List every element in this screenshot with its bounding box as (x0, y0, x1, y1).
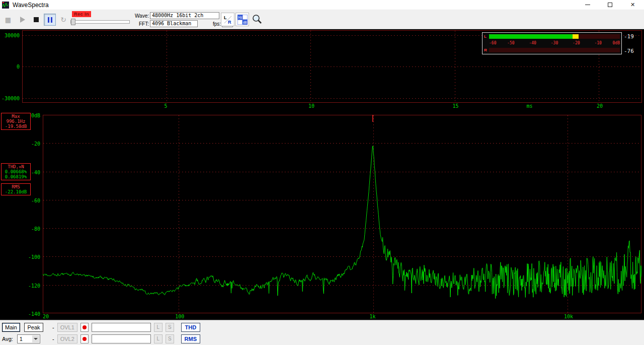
pause-button[interactable] (44, 14, 56, 26)
meter-right-channel-label: R (484, 48, 489, 52)
meter-left-value: -19 (624, 33, 634, 40)
waveform-panel: 300000-30000 5101520ms L -60-50-40-30-20… (0, 29, 644, 110)
stop-button[interactable] (30, 14, 42, 26)
magnifier-icon (251, 14, 263, 26)
meter-left-track (489, 34, 620, 39)
waveform-x-tick-label: 20 (597, 103, 603, 109)
svg-text:R: R (228, 20, 231, 25)
waveform-x-unit-label: ms (527, 103, 533, 109)
spectrum-x-tick-label: 100 (175, 314, 184, 319)
meter-scale-label: -60 (489, 41, 496, 45)
fps-label: fps: (203, 21, 221, 27)
spectrum-panel: Max 996.1Hz -19.58dB THD,+N 0.00668% 0.0… (0, 110, 644, 320)
trace-mode-cluster: Main Peak (2, 323, 49, 332)
device-grid-icon: ▦ (5, 17, 11, 23)
meter-scale-label: 0dB (613, 41, 620, 45)
avg-select[interactable]: 1 (17, 334, 40, 343)
meter-scale-label: -50 (507, 41, 514, 45)
position-slider[interactable] (70, 20, 130, 24)
ovl1-l-button[interactable]: L (154, 323, 163, 332)
spectrum-x-tick-label: 10k (564, 314, 573, 319)
chevron-down-icon (32, 335, 39, 342)
meter-scale-label: -30 (551, 41, 558, 45)
meter-left-peak (573, 34, 579, 39)
svg-text:L: L (224, 15, 227, 20)
maximize-icon (608, 3, 612, 7)
play-button[interactable] (17, 14, 29, 26)
repeat-button[interactable]: ↻ (57, 14, 69, 26)
window-controls: ✕ (576, 0, 644, 10)
ovl2-color-button[interactable] (80, 334, 89, 343)
meter-scale-label: -40 (529, 41, 536, 45)
stop-icon (34, 17, 39, 22)
wave-format-row: Wave: 48000Hz 16bit 2ch (131, 12, 219, 19)
app-icon (2, 1, 10, 9)
meter-scale-label: -20 (573, 41, 580, 45)
meter-right-value: -76 (624, 48, 634, 54)
ovl2-button[interactable]: OVL2 (57, 334, 77, 343)
ovl1-color-button[interactable] (80, 323, 89, 332)
meter-left-channel-label: L (484, 34, 489, 39)
close-icon: ✕ (630, 2, 635, 8)
ovl2-text-input[interactable] (92, 334, 151, 343)
ovl1-button[interactable]: OVL1 (57, 323, 77, 332)
pause-icon (48, 17, 52, 23)
meter-left-bar (489, 34, 573, 39)
ovl2-s-button[interactable]: S (166, 334, 174, 343)
window-title: WaveSpectra (13, 2, 49, 9)
ovl1-text-input[interactable] (92, 323, 151, 332)
channel-lr-button[interactable]: L R (221, 13, 234, 26)
spectrum-x-axis: 201001k10k (0, 110, 644, 320)
svg-text:dB: dB (243, 21, 247, 24)
peak-button[interactable]: Peak (24, 323, 43, 332)
bottom-control-bar: Main Peak - OVL1 L S THD Avg: 1 - OVL2 (0, 320, 644, 345)
main-button[interactable]: Main (2, 323, 20, 332)
wave-label: Wave: (131, 13, 149, 19)
wavespectra-window: WaveSpectra ✕ ▦ ↻ Rec In Wave: 48000Hz 1… (0, 0, 644, 345)
avg-label: Avg: (2, 336, 13, 342)
close-button[interactable]: ✕ (621, 0, 644, 10)
repeat-icon: ↻ (60, 16, 66, 23)
svg-text:Hz: Hz (238, 16, 242, 19)
spectrum-x-tick-label: 20 (43, 314, 49, 319)
avg-selected-value: 1 (20, 336, 23, 342)
toolbar: ▦ ↻ Rec In Wave: 48000Hz 16bit 2ch FFT: … (0, 10, 644, 29)
average-cluster: Avg: 1 (2, 334, 49, 343)
minimize-icon (585, 5, 590, 5)
open-device-button[interactable]: ▦ (2, 14, 14, 26)
slider-thumb[interactable] (71, 19, 75, 25)
waveform-x-tick-label: 5 (165, 103, 168, 109)
titlebar: WaveSpectra ✕ (0, 0, 644, 10)
fft-label: FFT: (131, 21, 149, 27)
spectrum-x-tick-label: 1k (370, 314, 376, 319)
bottom-row-2: Avg: 1 - OVL2 L S RMS (2, 334, 644, 343)
ovl2-l-button[interactable]: L (154, 334, 163, 343)
waveform-x-tick-label: 15 (453, 103, 459, 109)
level-meter: L -60-50-40-30-20-100dB R (482, 32, 622, 54)
wave-format-value: 48000Hz 16bit 2ch (150, 12, 219, 19)
channel-lr-icon: L R (223, 15, 233, 25)
rec-in-indicator: Rec In (72, 11, 91, 17)
thd-button[interactable]: THD (181, 323, 200, 332)
fft-settings-row: FFT: 4096 Blackman fps: 26 (131, 20, 233, 27)
settings-search-button[interactable] (250, 13, 264, 26)
play-icon (20, 17, 25, 23)
waveform-x-tick-label: 10 (308, 103, 314, 109)
meter-values: -19 -76 (624, 33, 634, 54)
rms-button[interactable]: RMS (181, 334, 200, 343)
hz-db-icon: Hz dB (237, 15, 248, 25)
minimize-button[interactable] (576, 0, 599, 10)
bottom-row-1: Main Peak - OVL1 L S THD (2, 322, 644, 332)
hz-db-toggle-button[interactable]: Hz dB (235, 13, 249, 26)
maximize-button[interactable] (599, 0, 621, 10)
red-dot-icon (83, 325, 87, 329)
fft-settings-value[interactable]: 4096 Blackman (150, 20, 198, 27)
ovl1-s-button[interactable]: S (166, 323, 174, 332)
red-dot-icon (83, 337, 87, 341)
ovl1-dash-label: - (52, 324, 54, 330)
meter-right-track (489, 48, 620, 52)
ovl2-dash-label: - (52, 336, 54, 342)
meter-scale: -60-50-40-30-20-100dB (489, 41, 620, 46)
meter-scale-label: -10 (594, 41, 601, 45)
